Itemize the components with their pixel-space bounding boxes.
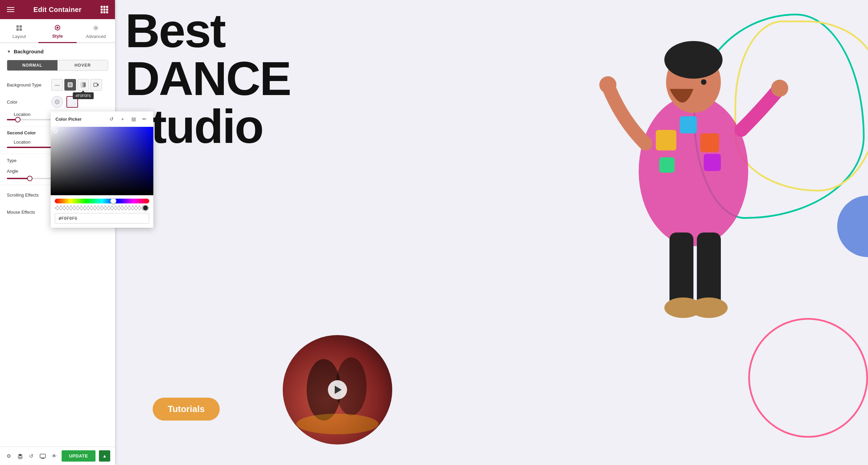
eye-icon[interactable]: 👁 [50,451,58,461]
play-button[interactable] [328,380,347,399]
type-label: Type [7,158,48,163]
svg-rect-15 [656,130,676,150]
video-thumbnail[interactable] [283,335,392,444]
panel-title: Edit Container [34,6,82,14]
responsive-icon[interactable] [39,451,47,461]
svg-point-23 [690,297,728,318]
cp-gradient-area[interactable] [51,127,153,195]
canvas-area: Best DANCE studio Tutorials [115,0,868,465]
tab-advanced[interactable]: Advanced [77,19,115,42]
svg-rect-13 [40,454,46,458]
svg-rect-9 [81,82,86,87]
layout-icon [15,24,23,32]
svg-point-31 [296,414,379,434]
settings-icon[interactable]: ⚙ [5,451,13,461]
main-content: Best DANCE studio Tutorials [115,0,868,465]
cp-cursor [53,129,58,133]
svg-point-12 [70,100,74,104]
svg-rect-21 [697,232,721,308]
style-icon [54,24,61,31]
svg-rect-2 [16,28,19,31]
angle-slider-fill [7,178,29,179]
normal-hover-tabs: NORMAL HOVER [7,60,108,71]
svg-rect-18 [659,157,675,173]
svg-rect-3 [20,28,22,31]
svg-rect-17 [700,133,719,152]
tab-style[interactable]: Style [38,19,77,43]
side-circle-decoration [837,196,868,257]
hamburger-menu-icon[interactable] [7,7,14,12]
play-triangle-icon [335,386,342,394]
history-icon[interactable]: ↺ [27,451,35,461]
hero-line2: DANCE [125,55,291,103]
background-section-header[interactable]: ▼ Background [0,43,115,60]
svg-point-27 [771,80,788,97]
update-button[interactable]: UPDATE [62,450,95,462]
svg-rect-0 [16,25,19,28]
background-type-row: Background Type — #F0F0F6 [0,76,115,93]
svg-point-28 [701,79,706,85]
second-color-label: Second Color [7,130,48,135]
grid-menu-icon[interactable] [101,6,108,13]
panel-tabs: Layout Style Advanced [0,19,115,43]
svg-point-6 [95,27,97,29]
bg-none-button[interactable]: — [51,79,63,91]
svg-rect-16 [680,116,697,133]
svg-rect-8 [68,83,72,87]
svg-rect-1 [20,25,22,28]
angle-label: Angle [7,169,48,174]
collapse-arrow-icon: ▼ [7,49,11,54]
advanced-icon [92,24,100,32]
bg-video-button[interactable] [90,79,102,91]
cp-add-button[interactable]: + [118,115,127,123]
color-global-button[interactable] [51,96,63,108]
color-row: Color [0,93,115,110]
cp-alpha-slider[interactable] [55,205,149,210]
background-type-label: Background Type [7,82,48,88]
hover-tab[interactable]: HOVER [58,60,108,70]
cp-reset-button[interactable]: ↺ [107,115,116,123]
normal-tab[interactable]: NORMAL [7,60,58,70]
cp-eyedropper-button[interactable]: ✏ [140,115,149,123]
layers-icon[interactable] [16,451,24,461]
cp-hex-input[interactable] [55,213,149,224]
tutorials-button[interactable]: Tutorials [153,398,220,421]
cp-alpha-thumb[interactable] [142,205,149,211]
svg-rect-19 [704,154,721,171]
left-panel: Edit Container Layout [0,0,115,465]
blob-pink-decoration [748,318,868,438]
dancer-figure [587,0,800,328]
tab-layout-label: Layout [12,34,26,39]
cp-black-overlay [51,127,153,195]
panel-content: ▼ Background NORMAL HOVER Background Typ… [0,43,115,447]
svg-point-5 [56,27,59,29]
background-section-label: Background [14,49,44,54]
svg-rect-10 [94,83,97,87]
bottom-bar: ⚙ ↺ 👁 UPDATE ▲ [0,447,115,465]
color-picker-popup: Color Picker ↺ + ▤ ✏ [51,111,153,228]
cp-title: Color Picker [55,117,82,122]
svg-point-26 [599,76,616,93]
tab-layout[interactable]: Layout [0,19,38,42]
tab-style-label: Style [52,34,63,39]
bg-classic-button[interactable] [64,79,76,91]
color-label: Color [7,99,48,105]
cp-swatches-button[interactable]: ▤ [129,115,138,123]
cp-hue-slider[interactable] [55,199,149,203]
panel-header: Edit Container [0,0,115,19]
scrolling-effects-label: Scrolling Effects [7,192,39,198]
mouse-effects-label: Mouse Effects [7,210,35,215]
tooltip-bubble: #F0F0F6 [73,92,94,99]
hero-line1: Best [125,7,291,55]
angle-slider-thumb[interactable] [27,176,33,181]
cp-actions: ↺ + ▤ ✏ [107,115,149,123]
cp-header: Color Picker ↺ + ▤ ✏ [51,111,153,127]
cp-hue-thumb[interactable] [110,198,116,204]
update-arrow-button[interactable]: ▲ [99,450,110,462]
cp-hex-input-row [55,213,149,224]
bg-gradient-button[interactable]: #F0F0F6 [77,79,89,91]
svg-point-25 [664,41,723,79]
location-slider-thumb[interactable] [15,117,21,122]
background-type-buttons: — #F0F0F6 [51,79,102,91]
tab-advanced-label: Advanced [86,34,106,39]
